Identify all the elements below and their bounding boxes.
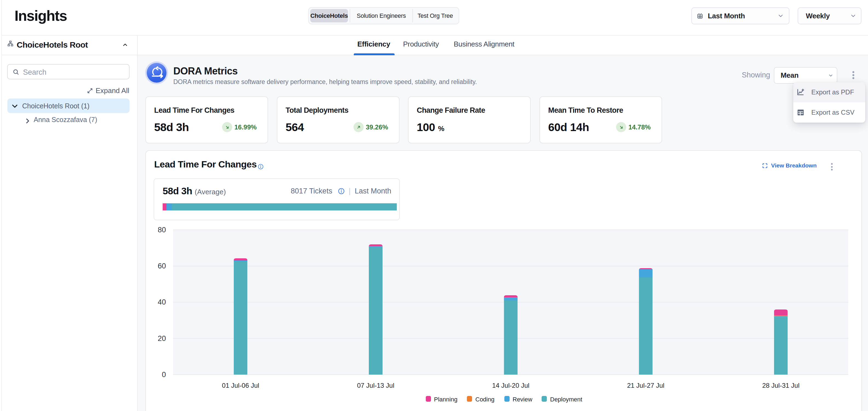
svg-text:Coding: Coding [475, 396, 495, 403]
svg-text:Planning: Planning [434, 396, 458, 403]
svg-text:28 Jul-31 Jul: 28 Jul-31 Jul [762, 382, 800, 389]
svg-text:0: 0 [162, 371, 166, 379]
svg-text:21 Jul-27 Jul: 21 Jul-27 Jul [627, 382, 664, 389]
svg-text:80: 80 [158, 226, 166, 234]
svg-text:07 Jul-13 Jul: 07 Jul-13 Jul [357, 382, 394, 389]
svg-text:Review: Review [513, 396, 532, 403]
svg-text:40: 40 [158, 298, 166, 306]
svg-text:01 Jul-06 Jul: 01 Jul-06 Jul [222, 382, 259, 389]
svg-text:14 Jul-20 Jul: 14 Jul-20 Jul [492, 382, 529, 389]
svg-text:Deployment: Deployment [550, 396, 582, 403]
svg-text:60: 60 [158, 262, 166, 270]
svg-text:20: 20 [158, 334, 166, 343]
